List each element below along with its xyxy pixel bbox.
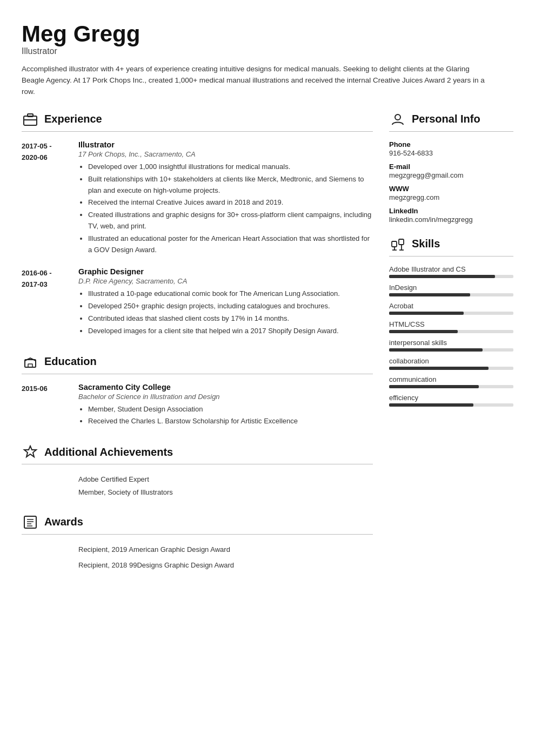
skill-6: communication — [389, 375, 513, 388]
skill-bar-fill-7 — [389, 403, 473, 407]
experience-entry-0: 2017-05 - 2020-06 Illustrator 17 Pork Ch… — [22, 140, 373, 256]
skill-7: efficiency — [389, 394, 513, 407]
candidate-summary: Accomplished illustrator with 4+ years o… — [22, 64, 492, 98]
personal-info-header: Personal Info — [389, 111, 513, 132]
skill-bar-bg-3 — [389, 330, 513, 333]
skill-3: HTML/CSS — [389, 320, 513, 333]
personal-info-items: Phone 916-524-6833 E-mail megzgregg@gmai… — [389, 140, 513, 224]
experience-section-header: Experience — [22, 111, 373, 132]
svg-marker-5 — [24, 446, 36, 457]
entry-title-0: Illustrator — [78, 140, 373, 149]
awards-items: Recipient, 2019 American Graphic Design … — [22, 543, 373, 572]
personal-info-linkedin: LinkedIn linkedin.com/in/megzgregg — [389, 207, 513, 224]
entry-company-1: D.P. Rice Agency, Sacramento, CA — [78, 277, 373, 285]
skill-bar-fill-4 — [389, 348, 483, 352]
experience-section: Experience 2017-05 - 2020-06 Illustrator… — [22, 111, 373, 338]
awards-section-title: Awards — [44, 516, 83, 528]
personal-info-phone: Phone 916-524-6833 — [389, 140, 513, 157]
awards-icon — [22, 514, 39, 531]
achievements-section-title: Additional Achievements — [44, 446, 173, 458]
education-entry-0: 2015-06 Sacramento City College Bachelor… — [22, 383, 373, 429]
bullet: Received the internal Creative Juices aw… — [88, 197, 373, 208]
skill-2: Acrobat — [389, 302, 513, 315]
edu-company-0: Bachelor of Science in Illustration and … — [78, 393, 373, 401]
svg-rect-3 — [25, 360, 36, 367]
education-section-header: Education — [22, 353, 373, 374]
education-section-title: Education — [44, 355, 97, 368]
skills-section-title: Skills — [412, 238, 440, 250]
bullet: Built relationships with 10+ stakeholder… — [88, 174, 373, 197]
bullet: Created illustrations and graphic design… — [88, 210, 373, 232]
skill-bar-fill-0 — [389, 275, 495, 278]
award-item-1: Recipient, 2018 99Designs Graphic Design… — [22, 559, 373, 571]
edu-date-0: 2015-06 — [22, 383, 78, 429]
skill-bar-bg-1 — [389, 293, 513, 296]
education-icon — [22, 353, 39, 370]
skill-1: InDesign — [389, 284, 513, 296]
skill-bar-fill-2 — [389, 312, 464, 315]
achievement-item-1: Member, Society of Illustrators — [22, 486, 373, 498]
bullet: Illustrated a 10-page educational comic … — [88, 288, 373, 300]
achievements-icon — [22, 443, 39, 461]
skills-section-header: Skills — [389, 235, 513, 256]
entry-bullets-1: Illustrated a 10-page educational comic … — [78, 288, 373, 336]
skill-bar-bg-0 — [389, 275, 513, 278]
skill-bar-bg-6 — [389, 385, 513, 388]
candidate-title: Illustrator — [22, 46, 513, 56]
personal-info-icon — [389, 111, 406, 128]
experience-entry-1: 2016-06 - 2017-03 Graphic Designer D.P. … — [22, 267, 373, 338]
bullet: Developed 250+ graphic design projects, … — [88, 301, 373, 312]
svg-rect-1 — [28, 114, 33, 117]
svg-rect-13 — [399, 239, 404, 245]
achievements-items: Adobe Certified Expert Member, Society o… — [22, 473, 373, 498]
entry-date-0: 2017-05 - 2020-06 — [22, 140, 78, 256]
education-entries: 2015-06 Sacramento City College Bachelor… — [22, 383, 373, 429]
award-item-0: Recipient, 2019 American Graphic Design … — [22, 543, 373, 556]
awards-section-header: Awards — [22, 514, 373, 535]
edu-content-0: Sacramento City College Bachelor of Scie… — [78, 383, 373, 429]
experience-section-title: Experience — [44, 113, 102, 125]
personal-info-email: E-mail megzgregg@gmail.com — [389, 163, 513, 179]
resume-header: Meg Gregg Illustrator Accomplished illus… — [22, 22, 513, 98]
main-layout: Experience 2017-05 - 2020-06 Illustrator… — [22, 111, 513, 587]
svg-point-11 — [395, 114, 400, 120]
skill-bar-bg-4 — [389, 348, 513, 352]
entry-content-0: Illustrator 17 Pork Chops, Inc., Sacrame… — [78, 140, 373, 256]
achievement-item-0: Adobe Certified Expert — [22, 473, 373, 485]
candidate-name: Meg Gregg — [22, 22, 513, 46]
bullet: Received the Charles L. Barstow Scholars… — [88, 416, 373, 427]
personal-info-www: WWW megzgregg.com — [389, 185, 513, 201]
education-section: Education 2015-06 Sacramento City Colleg… — [22, 353, 373, 429]
svg-rect-12 — [392, 241, 397, 247]
skill-bar-bg-5 — [389, 367, 513, 370]
skill-0: Adobe Illustrator and CS — [389, 265, 513, 278]
achievements-section-header: Additional Achievements — [22, 443, 373, 464]
left-column: Experience 2017-05 - 2020-06 Illustrator… — [22, 111, 373, 587]
bullet: Developed images for a client site that … — [88, 326, 373, 337]
edu-title-0: Sacramento City College — [78, 383, 373, 392]
personal-info-section: Personal Info Phone 916-524-6833 E-mail … — [389, 111, 513, 224]
skill-5: collaboration — [389, 357, 513, 370]
skills-items: Adobe Illustrator and CS InDesign Acroba… — [389, 265, 513, 407]
skill-bar-fill-3 — [389, 330, 458, 333]
entry-company-0: 17 Pork Chops, Inc., Sacramento, CA — [78, 150, 373, 158]
skills-section: Skills Adobe Illustrator and CS InDesign — [389, 235, 513, 407]
skill-bar-bg-2 — [389, 312, 513, 315]
bullet: Member, Student Design Association — [88, 404, 373, 415]
bullet: Developed over 1,000 insightful illustra… — [88, 161, 373, 173]
skill-bar-fill-6 — [389, 385, 479, 388]
svg-rect-0 — [24, 116, 37, 125]
experience-icon — [22, 111, 39, 128]
entry-content-1: Graphic Designer D.P. Rice Agency, Sacra… — [78, 267, 373, 338]
skill-bar-fill-5 — [389, 367, 489, 370]
experience-entries: 2017-05 - 2020-06 Illustrator 17 Pork Ch… — [22, 140, 373, 338]
personal-info-title: Personal Info — [412, 113, 480, 125]
skill-bar-bg-7 — [389, 403, 513, 407]
bullet: Illustrated an educational poster for th… — [88, 233, 373, 256]
achievements-section: Additional Achievements Adobe Certified … — [22, 443, 373, 498]
skill-bar-fill-1 — [389, 293, 470, 296]
edu-bullets-0: Member, Student Design Association Recei… — [78, 404, 373, 428]
entry-date-1: 2016-06 - 2017-03 — [22, 267, 78, 338]
right-column: Personal Info Phone 916-524-6833 E-mail … — [389, 111, 513, 422]
entry-title-1: Graphic Designer — [78, 267, 373, 276]
